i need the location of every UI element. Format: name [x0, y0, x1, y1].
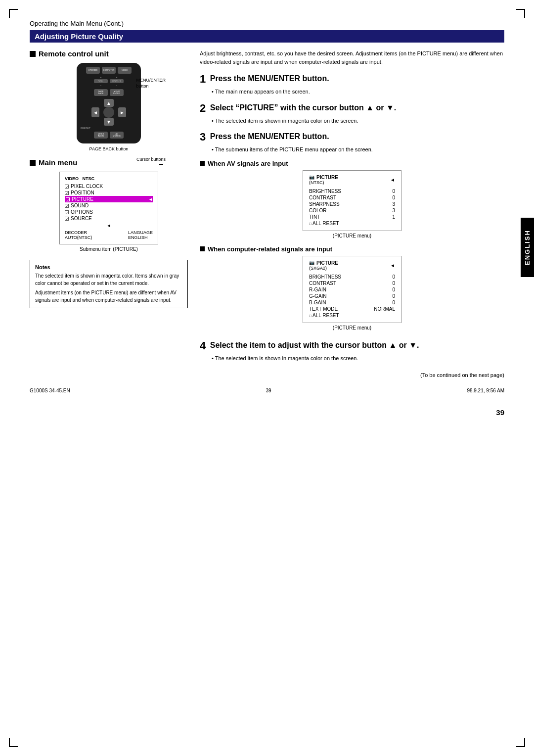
step-4-number: 4	[200, 339, 206, 352]
step-3-heading: 3 Press the MENU/ENTER button.	[200, 131, 504, 143]
main-content: Remote control unit OPERATE COMPUTER VID…	[30, 49, 504, 378]
remote-page-menu-row: PAGEBACK MENUENTER	[81, 89, 137, 96]
menu-label-source: SOURCE	[71, 216, 92, 221]
remote-page-back-btn[interactable]: PAGEBACK	[94, 89, 108, 96]
comp-row-bgain: B-GAIN 0	[309, 299, 395, 306]
step-3-bullet-1: The submenu items of the PICTURE menu ap…	[212, 145, 504, 154]
section-title-bar: Adjusting Picture Quality	[30, 30, 504, 43]
page-number: 39	[30, 408, 504, 417]
comp-bgain-val: 0	[392, 300, 395, 305]
av-menu-arrow: ◄	[390, 177, 395, 183]
computer-heading-label: When computer-related signals are input	[208, 245, 332, 253]
av-brightness-label: BRIGHTNESS	[309, 189, 341, 194]
page-container: ENGLISH Operating the Main Menu (Cont.) …	[0, 0, 534, 756]
av-menu-subtitle: (NTSC)	[309, 180, 338, 185]
remote-image-area: OPERATE COMPUTER VIDEO + VOL − + F	[54, 63, 163, 143]
menu-label-picture: PICTURE	[72, 196, 93, 202]
av-brightness-val: 0	[392, 189, 395, 194]
menu-label-options: OPTIONS	[71, 209, 93, 215]
main-menu-box: VIDEO NTSC ✓ PIXEL CLOCK ✓ POSITION ✓ PI…	[59, 172, 158, 244]
comp-contrast-val: 0	[392, 281, 395, 286]
right-column: Adjust brightness, contrast, etc. so you…	[200, 49, 504, 378]
remote-av-btn[interactable]: AVMUTING	[110, 132, 124, 139]
menu-item-options[interactable]: ✓ OPTIONS	[65, 209, 153, 215]
step-3-title: Press the MENU/ENTER button.	[210, 132, 329, 141]
comp-brightness-val: 0	[392, 274, 395, 280]
step-2-number: 2	[200, 102, 206, 114]
comp-ggain-val: 0	[392, 293, 395, 299]
comp-bgain-label: B-GAIN	[309, 300, 326, 305]
page-header: Operating the Main Menu (Cont.)	[30, 20, 504, 27]
notes-item-2: Adjustment items (on the PICTURE menu) a…	[35, 289, 182, 304]
computer-icon	[200, 246, 205, 251]
footer-center: 39	[266, 388, 271, 393]
remote-nav-area: ▲ ▼ ◄ ►	[91, 99, 126, 126]
remote-menu-enter-btn[interactable]: MENUENTER	[110, 89, 124, 96]
av-menu-header: 📷 PICTURE (NTSC) ◄	[309, 175, 395, 185]
menu-item-picture[interactable]: ✓ PICTURE ◄	[65, 196, 153, 202]
computer-menu-subtitle: (SXGA2)	[309, 266, 338, 271]
av-menu-box: 📷 PICTURE (NTSC) ◄ BRIGHTNESS 0 CONTRAST	[303, 170, 401, 231]
av-icon	[200, 161, 205, 166]
remote-nav-up[interactable]: ▲	[104, 99, 114, 107]
main-menu-icon	[30, 160, 36, 166]
english-sidebar: ENGLISH	[521, 218, 534, 277]
main-menu-label: Main menu	[39, 158, 77, 167]
comp-row-allreset: □ ALL RESET	[309, 312, 395, 319]
av-sharpness-val: 3	[392, 201, 395, 207]
step-4-heading: 4 Select the item to adjust with the cur…	[200, 339, 504, 352]
av-menu-caption: (PICTURE menu)	[200, 233, 504, 238]
remote-nav-left[interactable]: ◄	[91, 107, 99, 117]
step-4-title: Select the item to adjust with the curso…	[210, 341, 419, 349]
av-contrast-label: CONTRAST	[309, 195, 336, 200]
menu-checkbox-source: ✓	[65, 217, 69, 221]
remote-vol-focus-row: + VOL − + FOCUS −	[81, 76, 137, 87]
computer-menu-title: PICTURE	[316, 260, 338, 266]
remote-computer-btn[interactable]: COMPUTER	[102, 67, 116, 74]
av-allreset-label: □ ALL RESET	[309, 221, 339, 226]
av-heading: When AV signals are input	[200, 160, 504, 167]
corner-tl	[9, 9, 18, 18]
computer-heading: When computer-related signals are input	[200, 245, 504, 253]
step-2-bullet-1: The selected item is shown in magenta co…	[212, 117, 504, 125]
step-2: 2 Select “PICTURE” with the cursor butto…	[200, 102, 504, 125]
annotation-line-2	[159, 164, 163, 165]
menu-decoder-area: DECODER AUTO(NTSC)	[65, 230, 92, 240]
intro-text: Adjust brightness, contrast, etc. so you…	[200, 49, 504, 66]
comp-row-brightness: BRIGHTNESS 0	[309, 274, 395, 280]
av-heading-label: When AV signals are input	[208, 160, 288, 167]
av-row-allreset: □ ALL RESET	[309, 220, 395, 227]
remote-section-heading: Remote control unit	[30, 49, 188, 58]
menu-label-sound: SOUND	[71, 203, 89, 208]
step-3-body: The submenu items of the PICTURE menu ap…	[212, 145, 504, 154]
av-tint-label: TINT	[309, 214, 320, 220]
menu-item-sound[interactable]: ✓ SOUND	[65, 202, 153, 209]
step-2-heading: 2 Select “PICTURE” with the cursor butto…	[200, 102, 504, 115]
left-column: Remote control unit OPERATE COMPUTER VID…	[30, 49, 188, 378]
corner-bl	[9, 738, 18, 747]
footer-left: G1000S 34-45.EN	[30, 388, 70, 393]
menu-decoder-label: DECODER	[65, 230, 92, 235]
av-row-brightness: BRIGHTNESS 0	[309, 188, 395, 194]
computer-menu-arrow: ◄	[390, 263, 395, 268]
comp-textmode-val: NORMAL	[374, 306, 395, 312]
heading-icon	[30, 51, 36, 57]
notes-box: Notes The selected item is shown in mage…	[30, 260, 188, 308]
av-row-contrast: CONTRAST 0	[309, 194, 395, 201]
comp-ggain-label: G-GAIN	[309, 293, 327, 299]
step-4-bullet-1: The selected item is shown in magenta co…	[212, 354, 504, 363]
step-3-number: 3	[200, 131, 206, 143]
corner-tr	[516, 9, 525, 18]
av-tint-val: 1	[392, 214, 395, 220]
menu-label-position: POSITION	[71, 190, 94, 195]
menu-item-pixel-clock[interactable]: ✓ PIXEL CLOCK	[65, 183, 153, 189]
remote-nav-down[interactable]: ▼	[104, 118, 114, 126]
menu-item-source[interactable]: ✓ SOURCE	[65, 215, 153, 222]
menu-item-position[interactable]: ✓ POSITION	[65, 189, 153, 196]
remote-video-btn[interactable]: VIDEO	[118, 67, 132, 74]
remote-quick-btn[interactable]: QUICKALIGN	[94, 132, 108, 139]
remote-operate-btn[interactable]: OPERATE	[86, 67, 100, 74]
av-menu-title: PICTURE	[316, 175, 338, 180]
remote-nav-right[interactable]: ►	[118, 107, 126, 117]
av-signals-section: When AV signals are input 📷 PICTURE (NTS…	[200, 160, 504, 238]
